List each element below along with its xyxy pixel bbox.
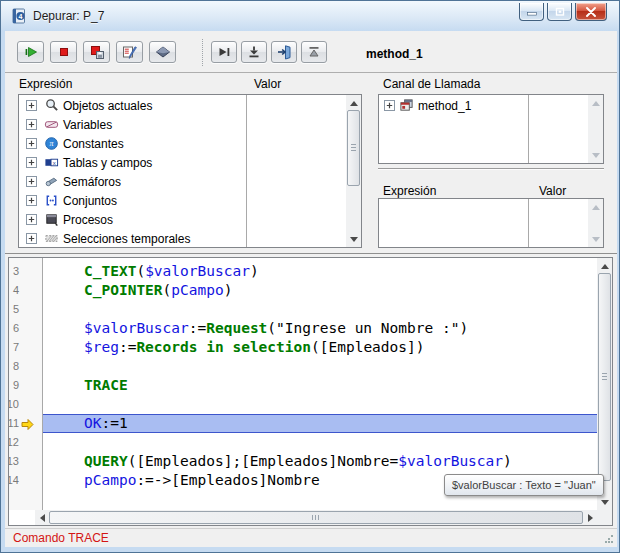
code-line-13[interactable]: 13QUERY([Empleados];[Empleados]Nombre=$v…	[9, 452, 597, 471]
code-line-8[interactable]: 8	[9, 357, 597, 376]
tag-icon	[44, 117, 59, 132]
expand-icon[interactable]	[26, 195, 37, 206]
line-number[interactable]: 12	[9, 433, 19, 452]
code-segment: $valorBuscar	[398, 453, 503, 469]
expand-icon[interactable]	[26, 100, 37, 111]
line-number[interactable]: 6	[9, 319, 19, 338]
watch-listbox[interactable]	[378, 198, 604, 248]
expression-tree-item-5[interactable]: Conjuntos	[19, 191, 345, 210]
restore-button[interactable]	[547, 3, 572, 21]
code-segment: ([Empleados])	[311, 339, 425, 355]
expand-icon[interactable]	[26, 176, 37, 187]
right-panel-divider[interactable]	[378, 168, 604, 170]
save-settings-button[interactable]	[149, 41, 176, 63]
expression-tree-item-6[interactable]: Procesos	[19, 210, 345, 229]
scroll-right-button[interactable]	[583, 510, 597, 525]
code-line-3[interactable]: 3C_TEXT($valorBuscar)	[9, 262, 597, 281]
abort-button[interactable]	[50, 41, 77, 63]
expand-icon[interactable]	[26, 214, 37, 225]
expression-tree-item-3[interactable]: xTablas y campos	[19, 153, 345, 172]
step-out-button[interactable]	[271, 41, 297, 63]
code-segment: ("Ingrese un Nombre :")	[267, 320, 468, 336]
method-icon	[399, 98, 414, 113]
expand-icon[interactable]	[384, 100, 395, 111]
line-number[interactable]: 13	[9, 452, 19, 471]
line-number[interactable]: 4	[9, 281, 19, 300]
code-segment: ([Empleados];[Empleados]Nombre=	[128, 453, 399, 469]
code-line-4[interactable]: 4C_POINTER(pCampo)	[9, 281, 597, 300]
scroll-down-button[interactable]	[346, 232, 361, 246]
code-segment: pCampo	[171, 282, 223, 298]
value-column-header: Valor	[254, 77, 281, 91]
resize-grip[interactable]	[604, 534, 614, 544]
toolbar-step-group	[211, 41, 327, 63]
call-chain-item-0[interactable]: method_1	[379, 96, 587, 115]
expression-tree-item-1[interactable]: Variables	[19, 115, 345, 134]
expression-tree: Objetos actualesVariablesπConstantesxTab…	[19, 96, 345, 246]
expand-icon[interactable]	[26, 119, 37, 130]
scrollbar-thumb[interactable]	[347, 110, 360, 186]
expression-tree-item-4[interactable]: Semáforos	[19, 172, 345, 191]
scroll-up-button[interactable]	[588, 96, 603, 110]
panel-splitter-vertical[interactable]	[364, 94, 376, 248]
column-separator[interactable]	[246, 95, 247, 247]
code-segment: OK	[84, 415, 101, 431]
code-line-11[interactable]: 11OK:=1	[9, 414, 597, 433]
code-line-5[interactable]: 5	[9, 300, 597, 319]
step-into-button[interactable]	[241, 41, 267, 63]
scroll-left-button[interactable]	[35, 510, 49, 525]
expression-listbox: Objetos actualesVariablesπConstantesxTab…	[18, 94, 362, 248]
column-separator[interactable]	[528, 95, 529, 163]
expression-tree-item-2[interactable]: πConstantes	[19, 134, 345, 153]
line-number[interactable]: 10	[9, 395, 19, 414]
column-separator[interactable]	[528, 199, 529, 247]
line-number[interactable]: 7	[9, 338, 19, 357]
titlebar[interactable]: 4 Depurar: P_7	[1, 1, 620, 31]
play-icon	[23, 44, 39, 60]
abort-and-edit-button[interactable]	[83, 41, 110, 63]
watch-scrollbar	[588, 199, 603, 247]
step-into-icon	[246, 44, 262, 60]
panel-splitter-horizontal[interactable]	[5, 253, 617, 254]
minimize-button[interactable]	[519, 3, 544, 21]
scroll-down-button[interactable]	[588, 148, 603, 162]
step-over-button[interactable]	[211, 41, 237, 63]
code-horizontal-scrollbar	[35, 510, 597, 525]
close-button[interactable]	[575, 3, 607, 21]
watch-value-header: Valor	[539, 184, 566, 198]
scroll-up-button[interactable]	[588, 200, 603, 214]
code-text: TRACE	[84, 376, 128, 395]
scrollbar-thumb[interactable]	[598, 273, 611, 481]
no-trace-button[interactable]	[17, 41, 44, 63]
code-line-12[interactable]: 12	[9, 433, 597, 452]
code-line-9[interactable]: 9TRACE	[9, 376, 597, 395]
expand-icon[interactable]	[26, 138, 37, 149]
code-text: OK:=1	[84, 414, 128, 433]
line-number[interactable]: 5	[9, 300, 19, 319]
edit-method-button[interactable]	[116, 41, 143, 63]
line-number[interactable]: 9	[9, 376, 19, 395]
minimize-icon	[527, 7, 537, 16]
scroll-up-button[interactable]	[597, 259, 612, 273]
expand-icon[interactable]	[26, 157, 37, 168]
scrollbar-thumb[interactable]	[49, 511, 583, 524]
line-number[interactable]: 8	[9, 357, 19, 376]
scroll-up-button[interactable]	[346, 96, 361, 110]
expression-tree-item-label: Procesos	[63, 213, 113, 227]
expand-icon[interactable]	[26, 233, 37, 244]
step-out-icon	[276, 44, 292, 60]
call-chain-item-label: method_1	[418, 99, 471, 113]
stop-save-icon	[89, 44, 105, 60]
line-number[interactable]: 14	[9, 471, 19, 490]
call-chain-scrollbar	[588, 95, 603, 163]
step-to-end-button[interactable]	[301, 41, 327, 63]
expression-tree-item-7[interactable]: Selecciones temporales	[19, 229, 345, 246]
code-line-6[interactable]: 6$valorBuscar:=Request("Ingrese un Nombr…	[9, 319, 597, 338]
line-number[interactable]: 11	[9, 414, 19, 433]
line-number[interactable]: 3	[9, 262, 19, 281]
scroll-down-button[interactable]	[588, 232, 603, 246]
scroll-down-button[interactable]	[597, 495, 612, 509]
code-line-10[interactable]: 10	[9, 395, 597, 414]
code-line-7[interactable]: 7$reg:=Records in selection([Empleados])	[9, 338, 597, 357]
expression-tree-item-0[interactable]: Objetos actuales	[19, 96, 345, 115]
